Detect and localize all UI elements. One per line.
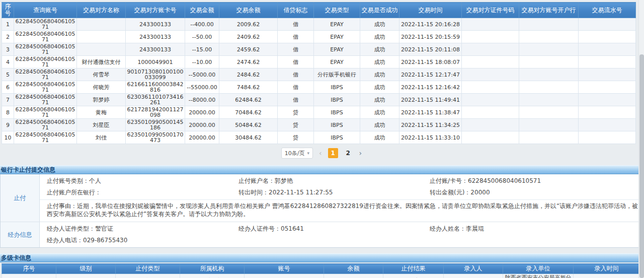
column-header-counterparty-name: 交易对方名称: [77, 3, 126, 18]
table-cell: 2022-11-15 20:16:28: [399, 18, 462, 31]
table-cell: 7484.62: [219, 81, 278, 94]
table-cell: [579, 131, 636, 144]
page-button-2[interactable]: 2: [343, 148, 353, 158]
table-cell: [519, 106, 579, 119]
table-cell: 2009.62: [219, 18, 278, 31]
table-cell: 2474.62: [219, 56, 278, 68]
handler-row-label: 经办信息: [1, 222, 40, 247]
field-handler-phone: 经办人电话：029-86755430: [40, 235, 238, 246]
table-cell: 6217281942001127098: [126, 106, 185, 119]
table-cell: [519, 18, 579, 31]
table-cell: 10: [2, 131, 14, 144]
table-cell: 贷: [278, 106, 314, 119]
field-handler-id-no: 经办人证件号：051641: [238, 223, 430, 235]
table-cell: 2022-11-15 11:49:41: [399, 94, 462, 106]
table-cell: 20000.00: [185, 106, 219, 119]
field-bank: 止付账户所在银行：: [40, 187, 238, 198]
table-cell: 4: [2, 56, 14, 68]
field-handler-name: 经办人姓名：李晨琨: [430, 223, 643, 235]
table-header-row: 序号 查询账号 交易对方名称 交易对方账卡号 交易金额 交易余额 借贷标志 交易…: [2, 3, 636, 18]
table-row: 106228450068040610571刘佳62350109905001704…: [2, 131, 636, 144]
field-card-no: 止付账/卡号：6228450068040610571: [430, 175, 643, 187]
stop-pay-row-2: 止付账户所在银行： 转出时间：2022-11-15 11:27:55 转出金额(…: [40, 187, 643, 198]
table-cell: 6228450068040610571: [14, 119, 77, 131]
table-cell: 6228450068040610571: [14, 43, 77, 56]
table-cell: 郭梦婷: [77, 94, 126, 106]
table-cell: 贷: [278, 131, 314, 144]
table-cell: [519, 31, 579, 43]
table-cell: IBPS: [314, 81, 360, 94]
table-cell: EPAY: [314, 18, 360, 31]
section-gap: [0, 248, 644, 253]
table-cell: 2022-11-15 20:15:59: [399, 31, 462, 43]
stop-payment-section-title: 银行卡止付提交信息: [0, 165, 644, 174]
page-button-1[interactable]: 1: [328, 148, 338, 158]
table-cell: [519, 94, 579, 106]
transactions-table: 序号 查询账号 交易对方名称 交易对方账卡号 交易金额 交易余额 借贷标志 交易…: [2, 2, 636, 144]
prev-page-icon[interactable]: ‹: [318, 148, 323, 158]
next-page-icon[interactable]: ›: [358, 148, 363, 158]
scrollbar-thumb[interactable]: [639, 54, 644, 278]
table-cell: [519, 81, 579, 94]
handler-content: 经办人证件类型：警官证 经办人证件号：051641 经办人姓名：李晨琨 经办人电…: [40, 222, 643, 247]
table-cell: 5: [2, 68, 14, 81]
table-cell: 2022-11-15 18:08:07: [399, 56, 462, 68]
table-cell: [77, 31, 126, 43]
vertical-scrollbar[interactable]: [638, 0, 644, 278]
table-cell: 6228450068040610571: [14, 106, 77, 119]
stop-pay-row-1: 止付账号类别：个人 止付账户名：郭梦艳 止付账/卡号：6228450068040…: [40, 175, 643, 187]
table-cell: 9: [2, 119, 14, 131]
table-cell: 借: [278, 81, 314, 94]
table-cell: [579, 106, 636, 119]
table-cell: 6235010990500145186: [126, 119, 185, 131]
table-cell: [579, 31, 636, 43]
table-cell: 6216611600003842816: [126, 81, 185, 94]
table-cell: [579, 56, 636, 68]
table-cell: 黄梅: [77, 106, 126, 119]
table-cell: --8000.00: [185, 94, 219, 106]
table-cell: 成功: [360, 31, 399, 43]
column-header-level: 级别: [56, 264, 116, 274]
table-cell: 1: [2, 274, 56, 278]
table-cell: 6228450068040610571: [14, 81, 77, 94]
table-cell: 70484.62: [219, 106, 278, 119]
table-cell: 6228450068040610571: [14, 18, 77, 31]
table-cell: 成功: [360, 18, 399, 31]
table-cell: --10.00: [185, 56, 219, 68]
table-cell: 9010713080100100033099: [126, 68, 185, 81]
table-cell: 成功: [360, 68, 399, 81]
column-header-query-account: 查询账号: [14, 3, 77, 18]
table-cell: EPAY: [314, 31, 360, 43]
table-row: 46228450068040610571财付通微信支付1000049901--1…: [2, 56, 636, 68]
table-cell: 借: [278, 43, 314, 56]
table-cell: --5000.00: [185, 68, 219, 81]
field-account-type: 止付账号类别：个人: [40, 175, 238, 187]
field-handler-id-type: 经办人证件类型：警官证: [40, 223, 238, 235]
table-row: 86228450068040610571黄梅621728194200112709…: [2, 106, 636, 119]
table-cell: 何雪琴: [77, 68, 126, 81]
stop-pay-reason-row: 止付事由：近期，我单位在接报刘妮被骗警情中，发现涉案人员利用贵单位相关账户 曹鸿…: [40, 199, 643, 221]
table-cell: 借: [278, 31, 314, 43]
field-transfer-amount: 转出金额(元)：20000: [430, 187, 643, 198]
column-header-debit-credit-flag: 借贷标志: [278, 3, 314, 18]
table-cell: [579, 81, 636, 94]
table-cell: IBPS: [314, 106, 360, 119]
chevron-down-icon: ▾: [307, 151, 309, 156]
field-transfer-time: 转出时间：2022-11-15 11:27:55: [238, 187, 430, 198]
table-cell: 6: [2, 81, 14, 94]
column-header-institution: 所属机构: [180, 264, 245, 274]
table-cell: --400.00: [185, 18, 219, 31]
table-cell: [462, 131, 519, 144]
column-header-counterparty-card: 交易对方账卡号: [126, 3, 185, 18]
table-cell: 6228450068040610571: [14, 56, 77, 68]
table-cell: 2409.62: [219, 31, 278, 43]
table-cell: 6230361101073416261: [126, 94, 185, 106]
table-cell: [579, 18, 636, 31]
table-cell: IBPS: [314, 119, 360, 131]
page-size-select[interactable]: 10条/页 ▾: [281, 148, 313, 159]
column-header-stop-type: 止付类型: [116, 264, 180, 274]
table-cell: 2022-11-15 20:11:08: [399, 43, 462, 56]
table-cell: [519, 43, 579, 56]
table-header-row: 序号 级别 止付类型 所属机构 账号 余额 止付结果 录入人 录入单位 录入时间: [2, 264, 640, 274]
table-cell: 李晨琨: [444, 274, 503, 278]
